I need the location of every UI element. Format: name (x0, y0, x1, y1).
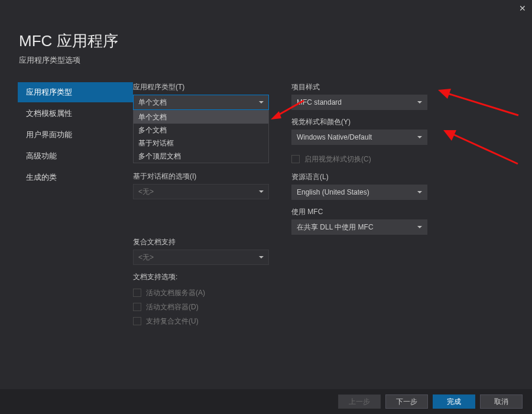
checkbox-icon (133, 289, 141, 297)
chevron-down-icon (259, 190, 264, 193)
dialog-footer: 上一步 下一步 完成 取消 (0, 389, 532, 414)
label-compound-doc: 复合文档支持 (133, 237, 269, 247)
label-resource-lang: 资源语言(L) (291, 172, 427, 182)
chevron-down-icon (259, 256, 264, 258)
sidebar-item-generated-classes[interactable]: 生成的类 (18, 167, 133, 187)
field-project-style: 项目样式 MFC standard (291, 82, 427, 110)
field-dialog-options: 基于对话框的选项(I) <无> (133, 172, 269, 199)
check-active-doc-server: 活动文档服务器(A) (133, 286, 269, 300)
prev-button: 上一步 (338, 394, 381, 409)
field-visual-style: 视觉样式和颜色(Y) Windows Native/Default (291, 117, 427, 145)
field-resource-lang: 资源语言(L) English (United States) (291, 172, 427, 200)
chevron-down-icon (259, 101, 264, 104)
combo-use-mfc[interactable]: 在共享 DLL 中使用 MFC (291, 219, 427, 235)
sidebar-item-advanced[interactable]: 高级功能 (18, 146, 133, 166)
close-icon[interactable]: ✕ (519, 4, 526, 13)
dialog-header: MFC 应用程序 应用程序类型选项 (0, 0, 532, 66)
chevron-down-icon (417, 136, 422, 138)
finish-button[interactable]: 完成 (433, 394, 475, 409)
label-doc-support: 文档支持选项: (133, 272, 269, 282)
combo-dialog-options: <无> (133, 184, 269, 199)
checkbox-icon (291, 155, 300, 163)
dropdown-option-single-doc[interactable]: 单个文档 (134, 111, 268, 124)
field-app-type: 应用程序类型(T) 单个文档 单个文档 多个文档 基于对话框 多个顶层文档 (133, 82, 269, 110)
chevron-down-icon (417, 101, 422, 104)
right-column: 项目样式 MFC standard 视觉样式和颜色(Y) Windows Nat… (291, 82, 427, 328)
label-visual-style: 视觉样式和颜色(Y) (291, 117, 427, 127)
dropdown-option-dialog-based[interactable]: 基于对话框 (134, 137, 268, 150)
sidebar-item-ui-features[interactable]: 用户界面功能 (18, 125, 133, 145)
checkbox-icon (133, 303, 141, 311)
left-column: 应用程序类型(T) 单个文档 单个文档 多个文档 基于对话框 多个顶层文档 基于… (133, 82, 269, 328)
dialog-subtitle: 应用程序类型选项 (19, 55, 532, 66)
label-app-type: 应用程序类型(T) (133, 82, 269, 92)
chevron-down-icon (417, 191, 422, 193)
dialog-title: MFC 应用程序 (19, 31, 532, 51)
field-compound-doc: 复合文档支持 <无> (133, 237, 269, 265)
dropdown-app-type: 单个文档 多个文档 基于对话框 多个顶层文档 (133, 110, 269, 163)
combo-visual-style[interactable]: Windows Native/Default (291, 130, 427, 145)
check-compound-files: 支持复合文件(U) (133, 314, 269, 328)
form-area: 应用程序类型(T) 单个文档 单个文档 多个文档 基于对话框 多个顶层文档 基于… (133, 82, 532, 328)
label-project-style: 项目样式 (291, 82, 427, 92)
cancel-button[interactable]: 取消 (480, 394, 523, 409)
check-active-doc-container: 活动文档容器(D) (133, 300, 269, 314)
combo-resource-lang[interactable]: English (United States) (291, 185, 427, 200)
check-enable-visual-style-switching: 启用视觉样式切换(C) (291, 152, 427, 166)
sidebar-item-app-type[interactable]: 应用程序类型 (18, 82, 133, 102)
content-area: 应用程序类型 文档模板属性 用户界面功能 高级功能 生成的类 应用程序类型(T)… (0, 82, 532, 328)
combo-compound-doc: <无> (133, 250, 269, 265)
dropdown-option-multi-toplevel[interactable]: 多个顶层文档 (134, 150, 268, 163)
step-sidebar: 应用程序类型 文档模板属性 用户界面功能 高级功能 生成的类 (0, 82, 133, 328)
combo-project-style[interactable]: MFC standard (291, 95, 427, 110)
field-use-mfc: 使用 MFC 在共享 DLL 中使用 MFC (291, 207, 427, 235)
combo-app-type[interactable]: 单个文档 单个文档 多个文档 基于对话框 多个顶层文档 (133, 95, 269, 110)
next-button[interactable]: 下一步 (385, 394, 428, 409)
sidebar-item-doc-template[interactable]: 文档模板属性 (18, 104, 133, 124)
checkbox-icon (133, 317, 141, 325)
label-dialog-options: 基于对话框的选项(I) (133, 172, 269, 182)
label-use-mfc: 使用 MFC (291, 207, 427, 217)
dropdown-option-multi-doc[interactable]: 多个文档 (134, 124, 268, 137)
chevron-down-icon (417, 226, 422, 228)
